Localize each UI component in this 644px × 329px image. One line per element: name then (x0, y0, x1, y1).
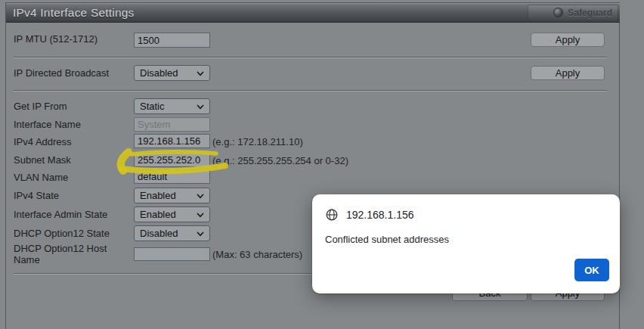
vlan-name-input[interactable] (134, 169, 210, 184)
mtu-label: IP MTU (512-1712) (14, 33, 131, 45)
directed-broadcast-select[interactable]: Disabled (134, 65, 210, 81)
dhcp-option12-state-value: Disabled (140, 228, 178, 239)
dhcp-option12-state-select[interactable]: Disabled (134, 225, 210, 241)
get-ip-from-select[interactable]: Static (134, 98, 210, 114)
alert-dialog-message: Conflicted subnet addresses (325, 234, 449, 245)
ok-button[interactable]: OK (574, 259, 609, 281)
chevron-down-icon (197, 104, 204, 110)
mtu-input[interactable] (134, 33, 210, 48)
chevron-down-icon (197, 231, 204, 237)
safeguard-icon (553, 8, 563, 17)
admin-state-label: Interface Admin State (14, 209, 131, 220)
directed-broadcast-label: IP Directed Broadcast (14, 67, 131, 79)
chevron-down-icon (197, 213, 204, 218)
dhcp-option12-host-label: DHCP Option12 Host Name (14, 243, 127, 265)
globe-icon (325, 208, 339, 222)
get-ip-from-label: Get IP From (14, 101, 131, 112)
separator (14, 57, 607, 58)
ipv4-state-select[interactable]: Enabled (134, 188, 210, 203)
chevron-down-icon (197, 71, 204, 76)
ipv4-address-label: IPv4 Address (14, 136, 131, 147)
safeguard-label: Safeguard (568, 8, 612, 18)
directed-broadcast-apply-button[interactable]: Apply (531, 66, 605, 80)
admin-state-select[interactable]: Enabled (134, 206, 210, 222)
get-ip-from-value: Static (140, 101, 165, 112)
interface-name-input (134, 117, 210, 132)
interface-name-label: Interface Name (14, 119, 131, 130)
admin-state-value: Enabled (140, 209, 176, 220)
subnet-mask-label: Subnet Mask (14, 154, 131, 166)
dhcp-option12-state-label: DHCP Option12 State (14, 228, 131, 239)
ipv4-address-input[interactable] (134, 134, 210, 148)
subnet-mask-input[interactable] (134, 152, 210, 167)
ipv4-state-label: IPv4 State (14, 190, 131, 201)
separator (14, 90, 607, 92)
ipv4-state-value: Enabled (140, 190, 176, 201)
vlan-name-label: VLAN Name (14, 172, 131, 183)
directed-broadcast-value: Disabled (140, 67, 178, 79)
page-header: IPv4 Interface Settings Safeguard (6, 3, 620, 23)
alert-dialog-title: 192.168.1.156 (346, 209, 414, 221)
safeguard-logo: Safeguard (528, 5, 618, 20)
mtu-apply-button[interactable]: Apply (531, 33, 605, 47)
dhcp-option12-host-hint: (Max: 63 characters) (212, 249, 302, 260)
chevron-down-icon (197, 194, 204, 199)
subnet-mask-hint: (e.g.: 255.255.255.254 or 0-32) (212, 155, 348, 166)
alert-dialog: 192.168.1.156 Conflicted subnet addresse… (312, 194, 620, 293)
alert-dialog-header: 192.168.1.156 (325, 208, 414, 222)
ipv4-address-hint: (e.g.: 172.18.211.10) (212, 136, 303, 147)
dhcp-option12-host-input[interactable] (134, 247, 210, 261)
page-title: IPv4 Interface Settings (13, 6, 135, 20)
